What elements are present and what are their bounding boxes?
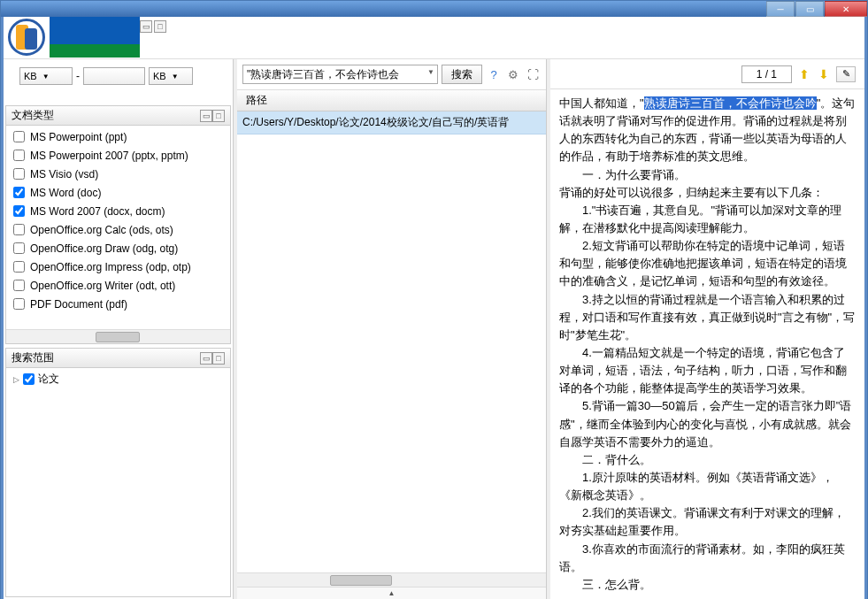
preview-line: 一．为什么要背诵。: [559, 166, 856, 184]
panel-min-icon[interactable]: ▭: [200, 110, 212, 122]
edit-icon[interactable]: ✎: [836, 66, 856, 82]
scope-panel-title: 搜索范围: [12, 350, 54, 365]
titlebar[interactable]: ─ ▭ ✕: [1, 1, 867, 17]
results-hscroll[interactable]: [237, 572, 546, 587]
filetype-label: MS Word (doc): [30, 187, 101, 199]
preview-line: 三．怎么背。: [559, 576, 856, 594]
filetype-checkbox[interactable]: [13, 242, 25, 254]
preview-line: 3.持之以恒的背诵过程就是一个语言输入和积累的过程，对口语和写作直接有效，真正做…: [559, 291, 856, 344]
size-unit-2[interactable]: KB▼: [149, 67, 193, 85]
preview-line: 4.一篇精品短文就是一个特定的语境，背诵它包含了对单词，短语，语法，句子结构，听…: [559, 344, 856, 397]
size-value-input[interactable]: [83, 67, 145, 85]
filetype-label: PDF Document (pdf): [30, 298, 127, 311]
minimize-button[interactable]: ─: [766, 1, 795, 17]
settings-icon[interactable]: ⚙: [505, 66, 521, 82]
maximize-button[interactable]: ▭: [795, 1, 824, 17]
results-expand-handle[interactable]: ▲: [237, 587, 546, 599]
filetype-label: MS Word 2007 (docx, docm): [30, 205, 165, 218]
filetype-panel: 文档类型 ▭ □ MS Powerpoint (ppt)MS Powerpoin…: [5, 105, 231, 344]
tree-expand-icon[interactable]: ▷: [13, 375, 19, 384]
panel-dock-icon[interactable]: □: [212, 110, 225, 122]
scope-panel: 搜索范围 ▭ □ ▷ 论文: [5, 348, 231, 597]
filetype-checkbox[interactable]: [13, 187, 25, 198]
preview-toolbar: 1 / 1 ⬆ ⬇ ✎: [550, 59, 864, 89]
path-column-header[interactable]: 路径: [246, 93, 267, 108]
search-input[interactable]: [242, 65, 438, 84]
filetype-item[interactable]: MS Powerpoint 2007 (pptx, pptm): [6, 146, 230, 165]
results-column: ▼ 搜索 ? ⚙ ⛶ 路径 C:/Users/Y/Desktop/论文/2014…: [237, 59, 547, 599]
filetype-panel-title: 文档类型: [12, 108, 54, 123]
size-dash: -: [76, 70, 80, 82]
search-bar: ▼ 搜索 ? ⚙ ⛶: [237, 59, 546, 90]
result-list: C:/Users/Y/Desktop/论文/2014校级论文/自己写的/英语背: [237, 111, 546, 572]
panel-collapse-icon[interactable]: ▭: [140, 20, 152, 33]
size-filter-row: KB▼ - KB▼: [5, 65, 198, 87]
filetype-item[interactable]: OpenOffice.org Calc (ods, ots): [6, 220, 230, 239]
top-toolbar: ▭ □: [4, 17, 864, 59]
filetype-item[interactable]: MS Word 2007 (docx, docm): [6, 202, 230, 220]
result-row[interactable]: C:/Users/Y/Desktop/论文/2014校级论文/自己写的/英语背: [237, 111, 546, 134]
preview-column: 1 / 1 ⬆ ⬇ ✎ 中国人都知道，"熟读唐诗三百首，不会作诗也会吟"。这句话…: [550, 59, 864, 599]
client-area: ▭ □ KB▼ - KB▼ 文档类型: [1, 17, 867, 599]
panel-min-icon[interactable]: ▭: [200, 352, 212, 365]
scope-checkbox[interactable]: [23, 373, 35, 385]
main-content: 文档类型 ▭ □ MS Powerpoint (ppt)MS Powerpoin…: [4, 59, 864, 599]
preview-line: 2.短文背诵可以帮助你在特定的语境中记单词，短语和句型，能够使你准确地把握该单词…: [559, 237, 856, 290]
preview-text[interactable]: 中国人都知道，"熟读唐诗三百首，不会作诗也会吟"。这句话就表明了背诵对写作的促进…: [550, 89, 864, 599]
filetype-label: MS Powerpoint 2007 (pptx, pptm): [30, 150, 188, 162]
filetype-checkbox[interactable]: [13, 131, 25, 142]
panel-dock-icon[interactable]: □: [212, 352, 225, 365]
filetype-checkbox[interactable]: [13, 261, 25, 273]
app-window: ─ ▭ ✕ ▭ □ KB▼ - KB▼: [0, 0, 868, 599]
panel-close-icon[interactable]: □: [154, 20, 166, 33]
filetype-hscroll[interactable]: [6, 329, 230, 343]
filetype-label: MS Visio (vsd): [30, 168, 98, 180]
preview-line: 3.你喜欢的市面流行的背诵素材。如，李阳的疯狂英语。: [559, 541, 856, 576]
filetype-checkbox[interactable]: [13, 205, 25, 217]
filetype-checkbox[interactable]: [13, 168, 25, 180]
scope-root-label: 论文: [38, 372, 59, 387]
filetype-item[interactable]: OpenOffice.org Writer (odt, ott): [6, 276, 230, 295]
scope-tree-root[interactable]: ▷ 论文: [13, 372, 223, 387]
preview-line: 背诵的好处可以说很多，归纳起来主要有以下几条：: [559, 184, 856, 202]
app-logo: ▭ □: [4, 17, 172, 58]
size-unit-1[interactable]: KB▼: [19, 67, 73, 85]
preview-line: 1."书读百遍，其意自见。"背诵可以加深对文章的理解，在潜移默化中提高阅读理解能…: [559, 202, 856, 237]
filetype-item[interactable]: OpenOffice.org Impress (odp, otp): [6, 257, 230, 276]
expand-icon[interactable]: ⛶: [525, 66, 541, 82]
filetype-item[interactable]: OpenOffice.org Draw (odg, otg): [6, 239, 230, 257]
preview-line: 5.背诵一篇30—50篇后，会产生一定的语言张力即"语感"，继而全体验到内心的变…: [559, 397, 856, 450]
preview-line: 1.原汁原味的英语材料。例如《英语背诵文选》，《新概念英语》。: [559, 469, 856, 504]
filetype-label: OpenOffice.org Writer (odt, ott): [30, 280, 175, 292]
close-button[interactable]: ✕: [825, 1, 867, 17]
filetype-checkbox[interactable]: [13, 298, 25, 310]
filetype-item[interactable]: MS Powerpoint (ppt): [6, 127, 230, 146]
filetype-label: OpenOffice.org Draw (odg, otg): [30, 242, 178, 255]
filetype-checkbox[interactable]: [13, 224, 25, 235]
help-icon[interactable]: ?: [486, 66, 502, 82]
preview-line: 2.我们的英语课文。背诵课文有利于对课文的理解，对夯实基础起重要作用。: [559, 504, 856, 540]
filetype-checkbox[interactable]: [13, 280, 25, 291]
search-dropdown-icon[interactable]: ▼: [427, 68, 434, 76]
highlight-match: 熟读唐诗三百首，不会作诗也会吟: [644, 96, 817, 110]
filetype-item[interactable]: MS Visio (vsd): [6, 165, 230, 183]
filetype-list: MS Powerpoint (ppt)MS Powerpoint 2007 (p…: [6, 126, 230, 329]
preview-line: 二．背什么。: [559, 451, 856, 469]
search-button[interactable]: 搜索: [442, 65, 482, 84]
page-indicator[interactable]: 1 / 1: [741, 65, 792, 83]
filetype-label: OpenOffice.org Calc (ods, ots): [30, 224, 173, 236]
prev-match-icon[interactable]: ⬆: [797, 67, 811, 81]
preview-pre: 中国人都知道，": [559, 96, 644, 110]
filetype-item[interactable]: MS Word (doc): [6, 183, 230, 202]
filetype-checkbox[interactable]: [13, 150, 25, 161]
filetype-label: MS Powerpoint (ppt): [30, 131, 127, 143]
left-sidebar: 文档类型 ▭ □ MS Powerpoint (ppt)MS Powerpoin…: [4, 59, 234, 599]
next-match-icon[interactable]: ⬇: [817, 67, 831, 81]
filetype-item[interactable]: PDF Document (pdf): [6, 295, 230, 313]
filetype-label: OpenOffice.org Impress (odp, otp): [30, 261, 191, 273]
